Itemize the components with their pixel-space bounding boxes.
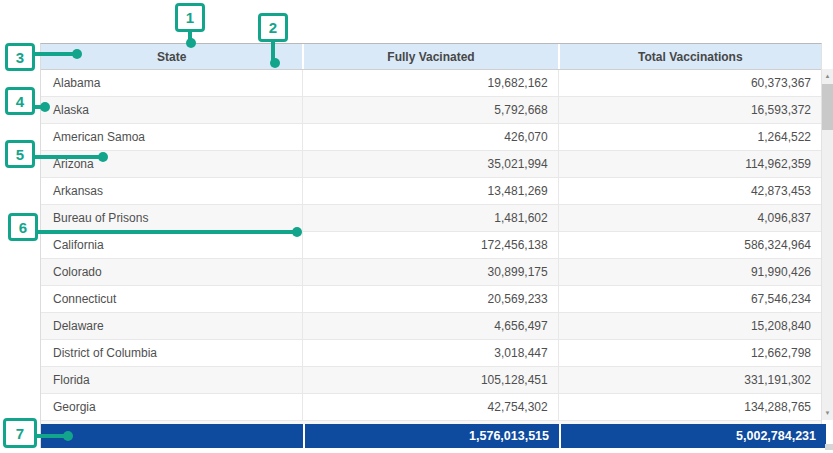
state-cell: Colorado [41, 259, 302, 285]
table-row[interactable]: California 172,456,138 586,324,964 [41, 232, 821, 259]
state-cell: Alaska [41, 97, 302, 123]
scroll-up-icon[interactable]: ▲ [822, 69, 833, 83]
total-vaccinations-cell: 67,546,234 [558, 286, 821, 312]
fully-vaccinated-cell: 42,754,302 [302, 394, 557, 420]
total-vaccinations-cell: 60,373,367 [558, 70, 821, 96]
fully-vaccinated-cell: 105,128,451 [302, 367, 557, 393]
callout-2-label: 2 [269, 19, 277, 36]
summary-row: 1,576,013,515 5,002,784,231 [41, 424, 826, 448]
fully-vaccinated-cell: 19,682,162 [302, 70, 557, 96]
callout-4-label: 4 [16, 93, 24, 110]
state-cell: Alabama [41, 70, 302, 96]
fully-vaccinated-cell: 30,899,175 [302, 259, 557, 285]
table-row[interactable]: Georgia 42,754,302 134,288,765 [41, 394, 821, 421]
state-cell: District of Columbia [41, 340, 302, 366]
state-cell: Bureau of Prisons [41, 205, 302, 231]
fully-vaccinated-cell: 5,792,668 [302, 97, 557, 123]
callout-6-dot [292, 227, 302, 237]
table-header-row: State Fully Vacinated Total Vaccinations [41, 44, 821, 70]
annotation-callout-7: 7 [3, 418, 37, 448]
table-row[interactable]: Bureau of Prisons 1,481,602 4,096,837 [41, 205, 821, 232]
total-vaccinations-cell: 586,324,964 [558, 232, 821, 258]
column-header-total-vaccinations[interactable]: Total Vaccinations [558, 44, 821, 69]
state-cell: Florida [41, 367, 302, 393]
callout-5-label: 5 [16, 146, 24, 163]
fully-vaccinated-cell: 20,569,233 [302, 286, 557, 312]
total-vaccinations-cell: 331,191,302 [558, 367, 821, 393]
annotation-callout-5: 5 [5, 140, 35, 168]
callout-1-label: 1 [186, 9, 194, 26]
callout-6-label: 6 [19, 219, 27, 236]
callout-3-dot [72, 49, 82, 59]
total-vaccinations-cell: 15,208,840 [558, 313, 821, 339]
fully-vaccinated-cell: 35,021,994 [302, 151, 557, 177]
total-vaccinations-cell: 42,873,453 [558, 178, 821, 204]
table-row[interactable]: District of Columbia 3,018,447 12,662,79… [41, 340, 821, 367]
callout-7-label: 7 [16, 425, 24, 442]
table-row[interactable]: Florida 105,128,451 331,191,302 [41, 367, 821, 394]
table-row[interactable]: Connecticut 20,569,233 67,546,234 [41, 286, 821, 313]
attribute-table: State Fully Vacinated Total Vaccinations… [40, 43, 822, 448]
table-body: Alabama 19,682,162 60,373,367 Alaska 5,7… [41, 70, 821, 421]
state-cell: Delaware [41, 313, 302, 339]
annotation-callout-6: 6 [8, 213, 38, 241]
summary-state-cell [41, 424, 303, 448]
table-row[interactable]: American Samoa 426,070 1,264,522 [41, 124, 821, 151]
callout-7-dot [63, 431, 73, 441]
total-vaccinations-cell: 12,662,798 [558, 340, 821, 366]
annotation-callout-4: 4 [5, 87, 35, 115]
fully-vaccinated-cell: 3,018,447 [302, 340, 557, 366]
state-cell: American Samoa [41, 124, 302, 150]
annotation-callout-2: 2 [258, 13, 288, 42]
fully-vaccinated-cell: 13,481,269 [302, 178, 557, 204]
vertical-scrollbar[interactable]: ▲ ▼ [822, 69, 833, 420]
scrollbar-thumb[interactable] [822, 84, 833, 130]
callout-1-dot [186, 38, 196, 48]
column-header-fully-vaccinated[interactable]: Fully Vacinated [302, 44, 557, 69]
table-row[interactable]: Arkansas 13,481,269 42,873,453 [41, 178, 821, 205]
state-cell: Arkansas [41, 178, 302, 204]
state-cell: Georgia [41, 394, 302, 420]
annotation-callout-3: 3 [5, 43, 35, 71]
callout-5-dot [98, 152, 108, 162]
callout-6-stem [37, 230, 297, 234]
callout-2-dot [270, 58, 280, 68]
state-cell: Connecticut [41, 286, 302, 312]
total-vaccinations-cell: 114,962,359 [558, 151, 821, 177]
annotation-callout-1: 1 [175, 3, 205, 32]
state-cell: California [41, 232, 302, 258]
scroll-down-icon[interactable]: ▼ [822, 406, 833, 420]
total-vaccinations-cell: 16,593,372 [558, 97, 821, 123]
summary-total-vaccinations-cell: 5,002,784,231 [559, 424, 826, 448]
table-row[interactable]: Colorado 30,899,175 91,990,426 [41, 259, 821, 286]
fully-vaccinated-cell: 172,456,138 [302, 232, 557, 258]
summary-fully-vaccinated-cell: 1,576,013,515 [303, 424, 559, 448]
total-vaccinations-cell: 4,096,837 [558, 205, 821, 231]
table-row[interactable]: Alabama 19,682,162 60,373,367 [41, 70, 821, 97]
table-row[interactable]: Alaska 5,792,668 16,593,372 [41, 97, 821, 124]
fully-vaccinated-cell: 1,481,602 [302, 205, 557, 231]
total-vaccinations-cell: 134,288,765 [558, 394, 821, 420]
fully-vaccinated-cell: 4,656,497 [302, 313, 557, 339]
callout-4-dot [40, 102, 50, 112]
fully-vaccinated-cell: 426,070 [302, 124, 557, 150]
scrollbar-corner [825, 444, 833, 450]
total-vaccinations-cell: 91,990,426 [558, 259, 821, 285]
table-row[interactable]: Delaware 4,656,497 15,208,840 [41, 313, 821, 340]
table-row[interactable]: Arizona 35,021,994 114,962,359 [41, 151, 821, 178]
callout-3-label: 3 [16, 49, 24, 66]
total-vaccinations-cell: 1,264,522 [558, 124, 821, 150]
callout-5-stem [34, 155, 104, 159]
